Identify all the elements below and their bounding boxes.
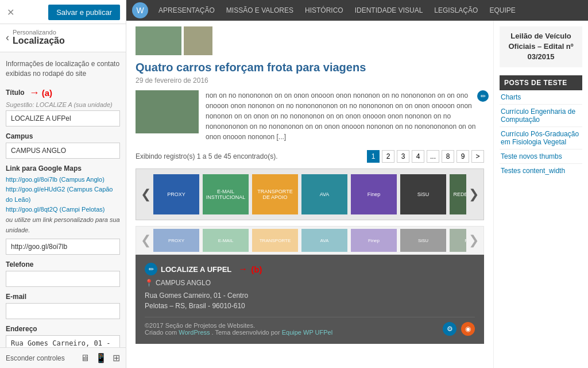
carousel-item-transporte[interactable]: TRANSPORTE DE APOIO [252,174,298,214]
sidebar-link-curriculo-pos[interactable]: Currículo Pós-Graduação em Fisiologia Ve… [500,127,582,150]
nav-item-equipe[interactable]: EQUIPE [483,1,521,20]
posts-box-title: POSTS DE TESTE [500,75,582,90]
nav-item-historico[interactable]: HISTÓRICO [299,1,349,20]
nav-item-apresentacao[interactable]: APRESENTAÇÃO [153,1,220,20]
wordpress-link[interactable]: WordPress [179,329,210,336]
page-button-8[interactable]: 8 [442,150,454,163]
google-maps-input[interactable] [6,239,120,255]
close-button[interactable]: ✕ [6,6,16,19]
annotation-a: (a) [42,88,52,98]
campus-field-group: Campus [6,132,120,164]
carousel2-item-5[interactable]: Finep [351,229,397,252]
carousel2-item-3[interactable]: TRANSPORTE [252,229,298,252]
main-content: W APRESENTAÇÃO MISSÃO E VALORES HISTÓRIC… [126,0,588,368]
footer-icons: ⚙ ◉ [443,322,475,336]
footer-campus: 📍 CAMPUS ANGLO [145,279,475,287]
campus-label: Campus [6,132,33,140]
page-button-2[interactable]: 2 [382,150,394,163]
phone-field-group: Telefone [6,260,120,293]
image-strip [136,26,484,55]
sidebar-link-teste-thumbs[interactable]: Teste novos thumbs [500,150,582,164]
sidebar-link-curriculo-eng[interactable]: Currículo Engenharia de Computação [500,105,582,127]
site-logo: W [132,2,148,18]
nav-item-legislacao[interactable]: LEGISLAÇÃO [428,1,483,20]
save-publish-button[interactable]: Salvar e publicar [48,5,120,20]
carousel-item-finep[interactable]: Finep [351,174,397,214]
announcement-title: Leilão de Veículo Oficiais – Edital nº 0… [504,31,578,63]
desktop-icon[interactable]: 🖥 [80,353,90,363]
carousel-item-email[interactable]: E-MAIL INSTITUCIONAL [203,174,249,214]
location-icon: 📍 [145,279,153,287]
article-text: non on no nonononon on on onon onooon on… [206,90,484,142]
carousel2-item-1[interactable]: PROXY [153,229,199,252]
right-sidebar: Leilão de Veículo Oficiais – Edital nº 0… [493,21,588,368]
carousel2-item-4[interactable]: AVA [301,229,347,252]
panel-description: Informações de localização e contato exi… [6,59,120,79]
carousel2-item-6[interactable]: SiSU [400,229,446,252]
page-button-1[interactable]: 1 [367,150,380,163]
theme-by-text: . Tema desenvolvido por [212,329,280,336]
nav-item-missao[interactable]: MISSÃO E VALORES [220,1,299,20]
personalizing-section: ‹ Personalizando Localização [0,24,126,52]
sidebar-announcement: Leilão de Veículo Oficiais – Edital nº 0… [500,26,582,67]
campus-input[interactable] [6,143,120,159]
image-1 [136,26,181,55]
carousel2-items: PROXY E-MAIL TRANSPORTE AVA Finep SiSU R… [153,229,466,252]
carousel2-item-2[interactable]: E-MAIL [203,229,249,252]
carousel-item-sisu[interactable]: SiSU [400,174,446,214]
footer-settings-icon[interactable]: ⚙ [443,322,457,336]
carousel-items: PROXY E-MAIL INSTITUCIONAL TRANSPORTE DE… [153,174,466,214]
carousel-item-redes[interactable]: REDES WUFPel [450,174,466,214]
page-button-4[interactable]: 4 [412,150,424,163]
page-button-ellipsis: ... [427,150,439,163]
image-2 [184,26,212,55]
nav-item-identidade[interactable]: IDENTIDADE VISUAL [349,1,429,20]
footer-rss-icon[interactable]: ◉ [461,322,475,336]
team-link[interactable]: Equipe WP UFPel [282,329,332,336]
phone-label: Telefone [6,260,33,269]
article-edit-button[interactable]: ✏ [477,90,489,102]
email-label: E-mail [6,293,26,301]
carousel-row2: ❮ PROXY E-MAIL TRANSPORTE AVA Finep SiSU… [136,226,484,255]
back-button[interactable]: ‹ [6,32,9,44]
title-field-group: Título → (a) Sugestão: LOCALIZE A (sua u… [6,87,120,132]
pagination-count: Exibindo registro(s) 1 a 5 de 45 encontr… [136,152,365,160]
personalizing-title: Localização [13,36,65,46]
carousel-next-button[interactable]: ❯ [466,187,481,202]
panel-header: ✕ Salvar e publicar [0,0,126,24]
hide-controls-label[interactable]: Esconder controles [6,354,75,362]
title-input[interactable] [6,110,120,126]
created-with-text: Criado com [145,329,177,336]
page-button-9[interactable]: 9 [457,150,469,163]
page-button-next[interactable]: > [471,150,484,163]
article-image [136,90,199,133]
grid-icon[interactable]: ⊞ [113,352,120,363]
carousel2-next-button[interactable]: ❯ [466,233,481,248]
carousel2-item-7[interactable]: REDES [450,229,466,252]
carousel-item-proxy[interactable]: PROXY [153,174,199,214]
content-area: Quatro carros reforçam frota para viagen… [126,21,588,368]
phone-input[interactable] [6,271,120,287]
footer-edit-button[interactable]: ✏ [145,263,157,275]
footer-title: LOCALIZE A UFPEL [161,265,231,274]
annotation-b: (b) [251,264,262,274]
email-field-group: E-mail [6,293,120,325]
article-body: non on no nonononon on on onon onooon on… [136,90,484,142]
email-input[interactable] [6,303,120,319]
footer-address: Rua Gomes Carneiro, 01 - Centro Pelotas … [145,290,475,311]
address-textarea[interactable]: Rua Gomes Carneiro, 01 - Centro Pelotas … [6,335,120,347]
carousel-prev-button[interactable]: ❮ [138,187,153,202]
copyright-text: ©2017 Seção de Projetos de Websites. [145,322,255,329]
panel-body: Informações de localização e contato exi… [0,52,126,347]
sidebar-link-charts[interactable]: Charts [500,90,582,105]
site-nav: W APRESENTAÇÃO MISSÃO E VALORES HISTÓRIC… [126,0,588,21]
page-button-3[interactable]: 3 [397,150,409,163]
address-field-group: Endereço Rua Gomes Carneiro, 01 - Centro… [6,325,120,347]
carousel-item-ava[interactable]: AVA [301,174,347,214]
mobile-icon[interactable]: 📱 [95,352,107,363]
footer-localize-section: ✏ LOCALIZE A UFPEL → (b) [145,263,475,275]
article-date: 29 de fevereiro de 2016 [136,76,484,85]
sidebar-link-content-width[interactable]: Testes content_width [500,164,582,178]
carousel2-prev-button[interactable]: ❮ [138,233,153,248]
title-label: Título [6,89,25,97]
